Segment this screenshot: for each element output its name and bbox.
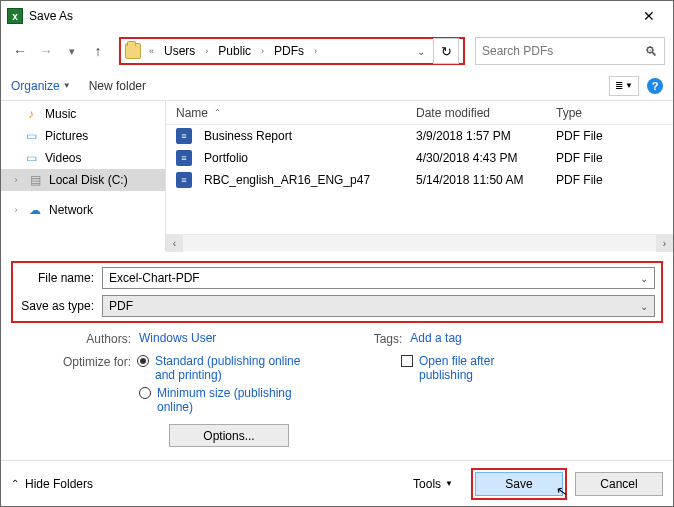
tree-item-pictures[interactable]: ▭ Pictures xyxy=(1,125,165,147)
file-row[interactable]: ≡RBC_english_AR16_ENG_p47 5/14/2018 11:5… xyxy=(166,169,673,191)
file-list-header: Name ⌃ Date modified Type xyxy=(166,101,673,125)
toolbar: Organize ▼ New folder ≣▼ ? xyxy=(1,71,673,101)
refresh-button[interactable]: ↻ xyxy=(433,38,459,64)
search-input[interactable]: Search PDFs 🔍︎ xyxy=(475,37,665,65)
expand-icon[interactable]: › xyxy=(11,205,21,215)
titlebar: x Save As ✕ xyxy=(1,1,673,31)
dropdown-caret-icon: ▼ xyxy=(63,81,71,90)
save-as-dialog: x Save As ✕ ← → ▾ ↑ « Users › Public › P… xyxy=(0,0,674,507)
tools-menu[interactable]: Tools ▼ xyxy=(413,477,453,491)
column-date[interactable]: Date modified xyxy=(416,106,556,120)
cancel-button[interactable]: Cancel xyxy=(575,472,663,496)
disk-icon: ▤ xyxy=(27,172,43,188)
file-list: Name ⌃ Date modified Type ≡Business Repo… xyxy=(166,101,673,251)
address-bar[interactable]: « Users › Public › PDFs › ⌄ ↻ xyxy=(119,37,465,65)
save-type-select[interactable]: PDF ⌄ xyxy=(102,295,655,317)
folder-icon xyxy=(125,43,141,59)
pdf-file-icon: ≡ xyxy=(176,128,192,144)
column-name[interactable]: Name ⌃ xyxy=(166,106,416,120)
filename-type-block: File name: Excel-Chart-PDF ⌄ Save as typ… xyxy=(11,261,663,323)
tree-item-music[interactable]: ♪ Music xyxy=(1,103,165,125)
chevron-up-icon: ⌃ xyxy=(11,478,19,489)
forward-button[interactable]: → xyxy=(35,40,57,62)
open-after-label[interactable]: Open file after publishing xyxy=(419,354,539,382)
nav-row: ← → ▾ ↑ « Users › Public › PDFs › ⌄ ↻ Se… xyxy=(1,31,673,71)
nav-tree: ♪ Music ▭ Pictures ▭ Videos › ▤ Local Di… xyxy=(1,101,166,251)
filename-input[interactable]: Excel-Chart-PDF ⌄ xyxy=(102,267,655,289)
up-button[interactable]: ▾ xyxy=(61,40,83,62)
opt-standard-label[interactable]: Standard (publishing online and printing… xyxy=(155,354,315,382)
radio-minimum[interactable] xyxy=(139,387,151,399)
sort-caret-icon: ⌃ xyxy=(214,108,221,117)
search-placeholder: Search PDFs xyxy=(482,44,645,58)
address-dropdown-icon[interactable]: ⌄ xyxy=(413,46,429,57)
authors-value[interactable]: Windows User xyxy=(139,331,216,345)
form-area: File name: Excel-Chart-PDF ⌄ Save as typ… xyxy=(1,251,673,447)
organize-menu[interactable]: Organize ▼ xyxy=(11,79,71,93)
chevron-right-icon: › xyxy=(257,46,268,56)
help-button[interactable]: ? xyxy=(647,78,663,94)
tree-item-local-disk[interactable]: › ▤ Local Disk (C:) xyxy=(1,169,165,191)
dropdown-caret-icon: ▼ xyxy=(445,479,453,488)
videos-icon: ▭ xyxy=(23,150,39,166)
window-title: Save As xyxy=(29,9,73,23)
excel-app-icon: x xyxy=(7,8,23,24)
file-row[interactable]: ≡Business Report 3/9/2018 1:57 PM PDF Fi… xyxy=(166,125,673,147)
opt-minimum-label[interactable]: Minimum size (publishing online) xyxy=(157,386,317,414)
chevron-right-icon: › xyxy=(201,46,212,56)
dropdown-caret-icon[interactable]: ⌄ xyxy=(640,273,648,284)
horizontal-scrollbar[interactable]: ‹ › xyxy=(166,234,673,251)
view-mode-button[interactable]: ≣▼ xyxy=(609,76,639,96)
dropdown-caret-icon[interactable]: ⌄ xyxy=(640,301,648,312)
scroll-right-button[interactable]: › xyxy=(656,235,673,252)
pdf-file-icon: ≡ xyxy=(176,150,192,166)
checkbox-open-after[interactable] xyxy=(401,355,413,367)
hide-folders-button[interactable]: ⌃ Hide Folders xyxy=(11,477,93,491)
music-icon: ♪ xyxy=(23,106,39,122)
column-type[interactable]: Type xyxy=(556,106,673,120)
breadcrumb-item[interactable]: Public xyxy=(216,44,253,58)
save-type-label: Save as type: xyxy=(19,299,94,313)
tags-value[interactable]: Add a tag xyxy=(410,331,461,345)
network-icon: ☁ xyxy=(27,202,43,218)
explorer-body: ♪ Music ▭ Pictures ▭ Videos › ▤ Local Di… xyxy=(1,101,673,251)
tree-item-network[interactable]: › ☁ Network xyxy=(1,199,165,221)
save-button[interactable]: Save ↖ xyxy=(475,472,563,496)
new-folder-button[interactable]: New folder xyxy=(89,79,146,93)
pictures-icon: ▭ xyxy=(23,128,39,144)
expand-icon[interactable]: › xyxy=(11,175,21,185)
pdf-file-icon: ≡ xyxy=(176,172,192,188)
authors-label: Authors: xyxy=(51,331,131,346)
breadcrumb-item[interactable]: Users xyxy=(162,44,197,58)
breadcrumb-item[interactable]: PDFs xyxy=(272,44,306,58)
optimize-label: Optimize for: xyxy=(51,354,131,369)
filename-label: File name: xyxy=(19,271,94,285)
options-button[interactable]: Options... xyxy=(169,424,289,447)
tree-item-videos[interactable]: ▭ Videos xyxy=(1,147,165,169)
search-icon: 🔍︎ xyxy=(645,44,658,59)
up-one-level-button[interactable]: ↑ xyxy=(87,40,109,62)
bottom-bar: ⌃ Hide Folders Tools ▼ Save ↖ Cancel xyxy=(1,460,673,506)
save-highlight: Save ↖ xyxy=(471,468,567,500)
tags-label: Tags: xyxy=(362,331,402,346)
radio-standard[interactable] xyxy=(137,355,149,367)
scroll-left-button[interactable]: ‹ xyxy=(166,235,183,252)
chevron-icon: « xyxy=(145,46,158,56)
file-row[interactable]: ≡Portfolio 4/30/2018 4:43 PM PDF File xyxy=(166,147,673,169)
cursor-icon: ↖ xyxy=(555,482,570,500)
back-button[interactable]: ← xyxy=(9,40,31,62)
chevron-right-icon: › xyxy=(310,46,321,56)
close-button[interactable]: ✕ xyxy=(631,4,667,28)
